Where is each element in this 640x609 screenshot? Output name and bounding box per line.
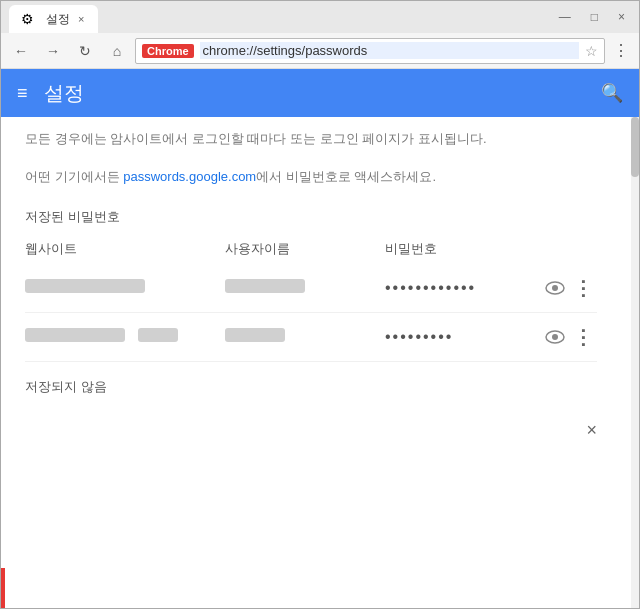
address-bar: ← → ↻ ⌂ Chrome chrome://settings/passwor… bbox=[1, 33, 639, 69]
website-cell bbox=[25, 328, 225, 346]
passwords-link[interactable]: passwords.google.com bbox=[123, 169, 256, 184]
content-area: 모든 경우에는 암사이트에서 로그인할 때마다 또는 로그인 페이지가 표시됩니… bbox=[1, 117, 639, 608]
tab-area: ⚙ 설정 × bbox=[9, 1, 553, 33]
col-password: 비밀번호 bbox=[385, 240, 597, 258]
window-close-button[interactable]: × bbox=[612, 8, 631, 26]
scrollbar-track bbox=[631, 117, 639, 608]
svg-point-3 bbox=[552, 334, 558, 340]
more-options-icon[interactable]: ⋮ bbox=[569, 274, 597, 302]
svg-point-1 bbox=[552, 285, 558, 291]
username-blurred bbox=[225, 328, 285, 342]
link-paragraph: 어떤 기기에서든 passwords.google.com에서 비밀번호로 액세… bbox=[25, 155, 597, 193]
username-blurred bbox=[225, 279, 305, 293]
col-website: 웹사이트 bbox=[25, 240, 225, 258]
website-cell bbox=[25, 279, 225, 297]
bookmark-icon[interactable]: ☆ bbox=[585, 43, 598, 59]
address-url: chrome://settings/passwords bbox=[200, 42, 579, 59]
app-title: 설정 bbox=[44, 80, 84, 107]
col-username: 사용자이름 bbox=[225, 240, 385, 258]
maximize-button[interactable]: □ bbox=[585, 8, 604, 26]
website-blurred bbox=[25, 279, 145, 293]
tab-icon: ⚙ bbox=[21, 11, 34, 27]
window-frame: ⚙ 설정 × — □ × ← → ↻ ⌂ Chrome chrome://set… bbox=[0, 0, 640, 609]
minimize-button[interactable]: — bbox=[553, 8, 577, 26]
scrollbar-thumb[interactable] bbox=[631, 117, 639, 177]
title-bar: ⚙ 설정 × — □ × bbox=[1, 1, 639, 33]
address-input-wrap[interactable]: Chrome chrome://settings/passwords ☆ bbox=[135, 38, 605, 64]
app-header: ≡ 설정 🔍 bbox=[1, 69, 639, 117]
forward-button[interactable]: → bbox=[39, 37, 67, 65]
search-icon[interactable]: 🔍 bbox=[601, 82, 623, 104]
browser-menu-icon[interactable]: ⋮ bbox=[609, 41, 633, 60]
home-button[interactable]: ⌂ bbox=[103, 37, 131, 65]
close-button[interactable]: × bbox=[586, 420, 597, 441]
back-button[interactable]: ← bbox=[7, 37, 35, 65]
show-password-icon[interactable] bbox=[541, 323, 569, 351]
table-header: 웹사이트 사용자이름 비밀번호 bbox=[25, 234, 597, 264]
password-dots: •••••••••••• bbox=[385, 279, 476, 296]
website-blurred bbox=[25, 328, 125, 342]
password-table: 웹사이트 사용자이름 비밀번호 •••••••••••• bbox=[25, 234, 597, 362]
username-cell bbox=[225, 279, 385, 297]
content-inner: 모든 경우에는 암사이트에서 로그인할 때마다 또는 로그인 페이지가 표시됩니… bbox=[1, 117, 621, 465]
saved-section-title: 저장된 비밀번호 bbox=[25, 192, 597, 234]
browser-tab[interactable]: ⚙ 설정 × bbox=[9, 5, 98, 33]
info-text: 모든 경우에는 암사이트에서 로그인할 때마다 또는 로그인 페이지가 표시됩니… bbox=[25, 117, 597, 155]
tab-title: 설정 bbox=[46, 11, 70, 28]
password-dots: ••••••••• bbox=[385, 328, 453, 345]
table-row: ••••••••• ⋮ bbox=[25, 313, 597, 362]
show-password-icon[interactable] bbox=[541, 274, 569, 302]
more-options-icon[interactable]: ⋮ bbox=[569, 323, 597, 351]
username-cell bbox=[225, 328, 385, 346]
window-controls: — □ × bbox=[553, 8, 631, 26]
chrome-badge: Chrome bbox=[142, 44, 194, 58]
password-cell: ••••••••• bbox=[385, 328, 541, 346]
red-accent-bar bbox=[1, 568, 5, 608]
refresh-button[interactable]: ↻ bbox=[71, 37, 99, 65]
tab-close-button[interactable]: × bbox=[76, 13, 86, 25]
table-row: •••••••••••• ⋮ bbox=[25, 264, 597, 313]
never-section-title: 저장되지 않음 bbox=[25, 362, 597, 404]
password-cell: •••••••••••• bbox=[385, 279, 541, 297]
website-blurred-2 bbox=[138, 328, 178, 342]
close-btn-wrap: × bbox=[25, 404, 597, 441]
hamburger-menu-icon[interactable]: ≡ bbox=[17, 83, 28, 104]
